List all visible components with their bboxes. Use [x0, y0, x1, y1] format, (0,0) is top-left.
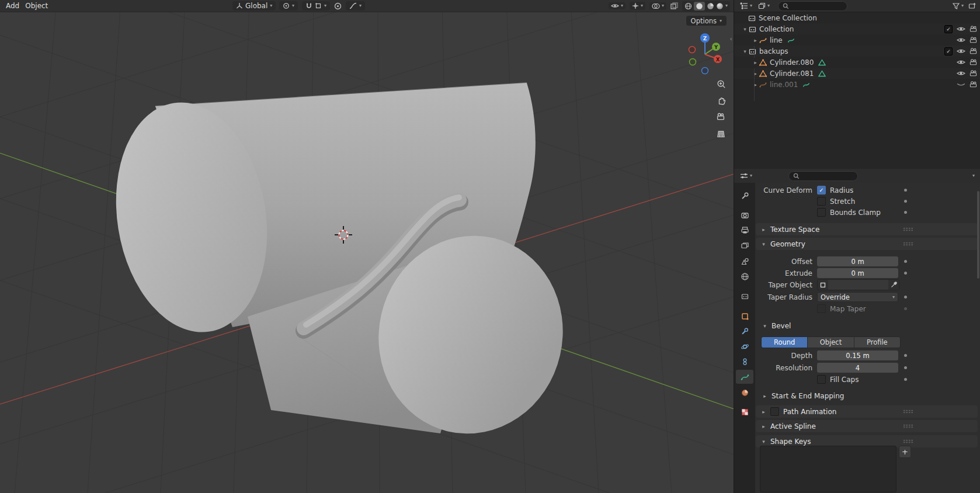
disable-render-toggle[interactable]: [969, 81, 977, 88]
tab-constraints[interactable]: [736, 355, 753, 369]
sidebar-collapse-arrow[interactable]: ‹: [730, 35, 732, 43]
panel-grip-icon[interactable]: [903, 227, 913, 232]
active-spline-panel-header[interactable]: ▸ Active Spline: [756, 420, 978, 432]
start-end-mapping-subpanel-header[interactable]: ▸ Start & End Mapping: [762, 390, 844, 401]
menu-object[interactable]: Object: [25, 2, 54, 10]
snap-settings-group[interactable]: ▾: [302, 1, 330, 11]
taper-radius-dropdown[interactable]: Override ▾: [817, 292, 898, 302]
viewport-canvas[interactable]: Z Y X: [0, 0, 734, 493]
decorator-dot[interactable]: [904, 189, 907, 192]
disclosure-triangle[interactable]: ▸: [752, 60, 759, 65]
tab-view-layer[interactable]: [736, 238, 753, 252]
panel-grip-icon[interactable]: [903, 424, 913, 429]
hide-eye-toggle[interactable]: [957, 37, 965, 43]
editor-type-button[interactable]: ▾: [740, 2, 752, 9]
bevel-object-button[interactable]: Object: [808, 337, 854, 348]
disable-render-toggle[interactable]: [969, 59, 977, 65]
properties-scrollbar[interactable]: [977, 191, 979, 279]
extrude-input[interactable]: 0 m: [817, 268, 898, 278]
decorator-dot[interactable]: [904, 378, 907, 381]
decorator-dot[interactable]: [904, 272, 907, 275]
decorator-dot[interactable]: [904, 366, 907, 369]
taper-object-value[interactable]: [828, 280, 888, 290]
panel-grip-icon[interactable]: [903, 409, 913, 414]
shading-wireframe-button[interactable]: [684, 2, 692, 10]
object-visibility-dropdown[interactable]: ▾: [609, 2, 625, 9]
outliner-row-backups[interactable]: ▾ backups ✓: [734, 46, 980, 57]
decorator-dot[interactable]: [904, 296, 907, 298]
geometry-panel-header[interactable]: ▾ Geometry: [756, 238, 978, 250]
disable-render-toggle[interactable]: [969, 37, 977, 43]
tab-object-data[interactable]: [736, 370, 753, 384]
hide-eye-toggle[interactable]: [957, 48, 965, 54]
hide-eye-toggle-closed[interactable]: [957, 81, 965, 88]
outliner-search[interactable]: [778, 1, 847, 11]
exclude-checkbox[interactable]: ✓: [944, 47, 953, 55]
disable-render-toggle[interactable]: [969, 26, 977, 32]
disclosure-triangle[interactable]: ▸: [752, 37, 759, 43]
menu-add[interactable]: Add: [0, 2, 25, 10]
chevron-down-icon[interactable]: ▾: [972, 173, 975, 178]
tab-physics[interactable]: [736, 339, 753, 353]
shading-material-button[interactable]: [707, 2, 714, 10]
show-gizmo-dropdown[interactable]: ▾: [630, 2, 645, 10]
decorator-dot[interactable]: [904, 211, 907, 214]
resolution-input[interactable]: 4: [817, 363, 898, 373]
bevel-subpanel-header[interactable]: ▾ Bevel: [762, 320, 791, 331]
properties-search-input[interactable]: [802, 172, 853, 180]
stretch-checkbox[interactable]: [817, 197, 826, 206]
display-mode-button[interactable]: ▾: [758, 2, 770, 9]
pivot-point-dropdown[interactable]: ▾: [279, 1, 298, 11]
shading-rendered-button[interactable]: [716, 2, 724, 10]
tab-texture[interactable]: [736, 405, 753, 419]
bounds-clamp-checkbox[interactable]: [817, 208, 826, 217]
proportional-falloff-dropdown[interactable]: ▾: [346, 1, 365, 11]
outliner-row-scene-collection[interactable]: Scene Collection: [734, 12, 980, 23]
3d-viewport[interactable]: Z Y X: [0, 0, 734, 493]
hide-eye-toggle[interactable]: [957, 70, 965, 77]
tab-render[interactable]: [736, 208, 753, 222]
disclosure-triangle[interactable]: ▸: [752, 71, 759, 77]
shading-solid-button[interactable]: [694, 2, 705, 11]
offset-input[interactable]: 0 m: [817, 256, 898, 266]
depth-input[interactable]: 0.15 m: [817, 350, 898, 360]
disable-render-toggle[interactable]: [969, 48, 977, 54]
gizmo-neg-x-axis[interactable]: [689, 47, 696, 53]
outliner-row-line[interactable]: ▸ line: [734, 34, 980, 46]
tab-output[interactable]: [736, 223, 753, 237]
radius-checkbox[interactable]: ✓: [817, 186, 826, 195]
tab-collection[interactable]: [736, 289, 753, 303]
taper-object-field[interactable]: [817, 279, 899, 290]
eyedropper-icon[interactable]: [888, 280, 899, 290]
new-collection-button[interactable]: [968, 2, 976, 9]
outliner-search-input[interactable]: [791, 2, 843, 11]
map-taper-checkbox[interactable]: [817, 304, 826, 313]
gizmo-neg-y-axis[interactable]: [690, 59, 696, 65]
outliner-row-cylinder-081[interactable]: ▸ Cylinder.081: [734, 68, 980, 79]
shape-keys-list[interactable]: [760, 446, 896, 492]
tab-world[interactable]: [736, 269, 753, 283]
path-animation-panel-header[interactable]: ▸ Path Animation: [756, 405, 978, 418]
options-dropdown[interactable]: Options ▾: [686, 16, 727, 26]
panel-grip-icon[interactable]: [903, 439, 913, 444]
exclude-checkbox[interactable]: ✓: [944, 25, 953, 33]
shape-key-add-button[interactable]: +: [899, 446, 911, 458]
hide-eye-toggle[interactable]: [957, 26, 965, 32]
disclosure-triangle[interactable]: ▾: [741, 26, 749, 32]
decorator-dot[interactable]: [904, 307, 907, 310]
tab-scene[interactable]: [736, 254, 753, 268]
disclosure-triangle[interactable]: ▾: [741, 48, 749, 54]
disclosure-triangle[interactable]: ▸: [752, 82, 759, 88]
bevel-profile-button[interactable]: Profile: [854, 337, 900, 348]
tab-material[interactable]: [736, 386, 753, 400]
bevel-round-button[interactable]: Round: [762, 337, 808, 348]
decorator-dot[interactable]: [904, 354, 907, 357]
panel-grip-icon[interactable]: [903, 242, 913, 246]
outliner-row-cylinder-080[interactable]: ▸ Cylinder.080: [734, 57, 980, 68]
tab-modifiers[interactable]: [736, 324, 753, 338]
tab-tool[interactable]: [736, 189, 753, 203]
tab-object[interactable]: [736, 309, 753, 323]
fill-caps-checkbox[interactable]: [817, 375, 826, 384]
filter-dropdown[interactable]: ▾: [953, 3, 964, 9]
disable-render-toggle[interactable]: [969, 70, 977, 77]
